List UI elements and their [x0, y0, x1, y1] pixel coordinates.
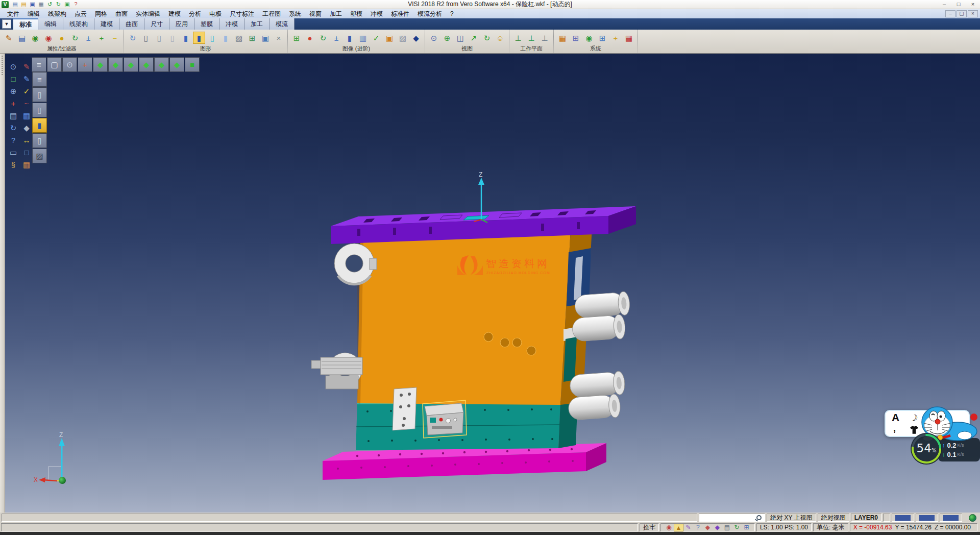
view-isometric-icon[interactable]: ◆ [93, 57, 108, 72]
toolbar-tab-4[interactable]: 曲面 [119, 18, 144, 30]
show-hide-toggle-icon[interactable]: ± [82, 32, 94, 44]
toolbar-tab-3[interactable]: 建模 [94, 18, 119, 30]
erase-entity-icon[interactable]: ✎ [20, 61, 33, 72]
dashed-view-icon[interactable]: ▯ [166, 32, 179, 44]
package-icon[interactable]: ◆ [703, 524, 713, 531]
auto-rotate-icon[interactable]: ↻ [732, 524, 742, 531]
render-settings-icon[interactable]: ☺ [494, 32, 506, 44]
edit-curve-icon[interactable]: ~ [20, 98, 33, 109]
shading-menu-icon[interactable]: ≡ [32, 72, 47, 87]
layers-icon[interactable]: ▤ [722, 524, 732, 531]
scale-panel[interactable]: LS: 1.00 PS: 1.00 [756, 523, 812, 531]
show-entities-icon[interactable]: ◉ [29, 32, 41, 44]
validate-check-icon[interactable]: ✓ [20, 86, 33, 97]
menu-item-6[interactable]: 实体编辑 [132, 9, 164, 18]
toolbar-tab-0[interactable]: 标准 [13, 18, 38, 30]
toolbar-tab-9[interactable]: 加工 [244, 18, 270, 30]
context-help-icon[interactable]: ? [7, 135, 19, 146]
shade-hatched-icon[interactable]: ▨ [32, 149, 47, 163]
view-right-icon[interactable]: ◆ [139, 57, 154, 72]
ruler-icon[interactable]: ▭ [7, 147, 19, 158]
refresh-image-icon[interactable]: ↻ [317, 32, 329, 44]
shade-wireframe-icon[interactable]: ▯ [32, 87, 47, 102]
plane-bounds-icon[interactable]: □ [7, 74, 19, 85]
open-file-icon[interactable]: ▤ [19, 1, 28, 8]
menu-item-9[interactable]: 电极 [205, 9, 226, 18]
shaded-edges-view-icon[interactable]: ▮ [193, 32, 205, 44]
toolbar-tab-6[interactable]: 应用 [169, 18, 194, 30]
pan-view-icon[interactable]: ↗ [468, 32, 480, 44]
globe-icon[interactable] [969, 514, 976, 522]
3d-viewport[interactable]: 智造资料网 ZHIZAOZILIAO.MOLDING.COM [0, 54, 980, 513]
capture-icon[interactable]: ▣ [63, 1, 71, 8]
menu-item-18[interactable]: 模流分析 [413, 9, 446, 18]
attribute-page-icon[interactable]: ▤ [16, 32, 28, 44]
pin-lock-panel[interactable]: 拴牢 [640, 523, 659, 531]
show-more-icon[interactable]: + [95, 32, 108, 44]
solid-box-icon[interactable]: ◆ [20, 123, 33, 134]
add-image-icon[interactable]: ⊞ [290, 32, 303, 44]
star-edit-icon[interactable]: ✎ [683, 524, 693, 531]
menu-item-4[interactable]: 网格 [91, 9, 111, 18]
wireframe-view-icon[interactable]: ▯ [140, 32, 152, 44]
color-swatch-panel-2[interactable] [916, 514, 938, 522]
plane-tool-icon[interactable]: □ [20, 147, 33, 158]
undo-icon[interactable]: ↺ [45, 1, 54, 8]
minimize-button[interactable]: – [937, 1, 951, 8]
hidden-line-view-icon[interactable]: ▯ [153, 32, 165, 44]
dynamic-rotate-icon[interactable]: + [7, 98, 19, 109]
toolbar-tab-10[interactable]: 模流 [270, 18, 295, 30]
regenerate-icon[interactable]: ↻ [7, 123, 19, 134]
workplane-move-icon[interactable]: ⊥ [538, 32, 551, 44]
menu-item-1[interactable]: 编辑 [23, 9, 44, 18]
view-left-icon[interactable]: ◆ [124, 57, 138, 72]
rotate-view-icon[interactable]: ↻ [481, 32, 493, 44]
toolbar-tab-8[interactable]: 冲模 [219, 18, 244, 30]
viewport-layout-icon[interactable]: ▦ [20, 110, 33, 121]
search-icon[interactable] [756, 515, 762, 520]
mdi-minimize-button[interactable]: – [945, 10, 955, 17]
workplane-align-icon[interactable]: ⊥ [525, 32, 537, 44]
zoom-extents-icon[interactable]: ⊕ [441, 32, 453, 44]
menu-item-15[interactable]: 塑模 [346, 9, 366, 18]
color-swatch-panel-1[interactable] [892, 514, 914, 522]
menu-item-0[interactable]: 文件 [3, 9, 23, 18]
tag-solid-icon[interactable]: ▣ [383, 32, 396, 44]
shade-hidden-line-icon[interactable]: ▯ [32, 103, 47, 117]
selection-hand-icon[interactable]: + [609, 32, 622, 44]
menu-item-12[interactable]: 系统 [285, 9, 305, 18]
magnet-cube-icon[interactable]: ◆ [713, 524, 722, 531]
shade-shaded-icon[interactable]: ▮ [32, 118, 47, 133]
clip-graphics-icon[interactable]: × [273, 32, 285, 44]
menu-item-5[interactable]: 曲面 [111, 9, 132, 18]
refresh-visibility-icon[interactable]: ↻ [69, 32, 81, 44]
help-icon[interactable]: ? [71, 1, 80, 8]
filter-traffic-light-icon[interactable]: ● [56, 32, 68, 44]
dark-cube-icon[interactable]: ◆ [410, 32, 422, 44]
view-shaded-cube-icon[interactable]: ■ [185, 57, 200, 72]
solid-cylinder-icon[interactable]: ▮ [344, 32, 356, 44]
menu-item-11[interactable]: 工程图 [258, 9, 285, 18]
status-search-input[interactable] [702, 515, 755, 521]
menu-item-17[interactable]: 标准件 [387, 9, 413, 18]
window-settings-icon[interactable]: ⊞ [596, 32, 608, 44]
maximize-button[interactable]: □ [951, 1, 966, 8]
menu-item-13[interactable]: 视窗 [305, 9, 326, 18]
snap-disk-icon[interactable]: ◉ [664, 524, 674, 531]
menu-item-8[interactable]: 分析 [185, 9, 205, 18]
mdi-restore-button[interactable]: ▢ [957, 10, 967, 17]
copy-graphics-icon[interactable]: ▣ [259, 32, 272, 44]
print-icon[interactable]: ▦ [37, 1, 45, 8]
validate-solid-icon[interactable]: ✓ [370, 32, 382, 44]
redo-icon[interactable]: ↻ [54, 1, 63, 8]
shade-transparent-icon[interactable]: ▯ [32, 133, 47, 148]
viewport-menu-icon[interactable]: ≡ [32, 57, 46, 72]
view-bottom-icon[interactable]: ◆ [108, 57, 123, 72]
cpu-usage-gauge[interactable]: 54% [910, 432, 943, 466]
zoom-entity-icon[interactable]: ⊕ [7, 86, 19, 97]
menu-item-7[interactable]: 建模 [164, 9, 185, 18]
multi-body-view-icon[interactable]: ⊞ [246, 32, 258, 44]
hatch-solid-icon[interactable]: ▨ [397, 32, 409, 44]
grid-window-icon[interactable]: ⊞ [742, 524, 751, 531]
modify-attributes-icon[interactable]: ✎ [3, 32, 15, 44]
